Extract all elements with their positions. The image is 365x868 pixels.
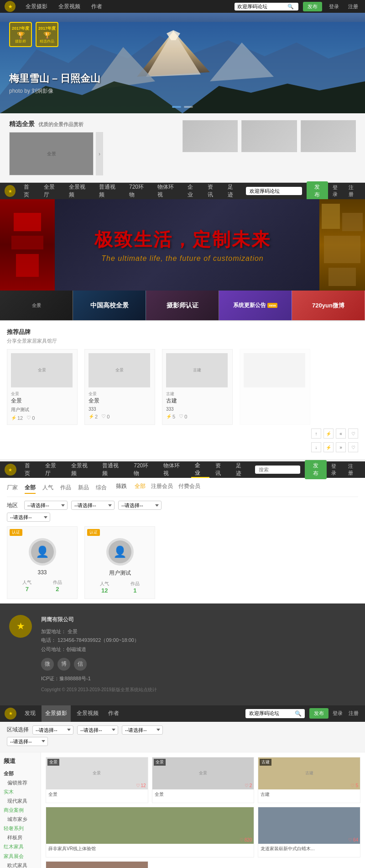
top-search-input[interactable] bbox=[237, 4, 287, 9]
bottom-select-1[interactable]: --请选择-- bbox=[32, 725, 73, 735]
tab-author[interactable]: 作者 bbox=[86, 0, 108, 13]
social-icon-blog[interactable]: 博 bbox=[57, 658, 70, 671]
featured-card-1[interactable] bbox=[182, 120, 238, 152]
nav2-enterprise[interactable]: 企业 bbox=[184, 183, 202, 199]
brands-like-btn-2[interactable]: ♡ bbox=[348, 442, 358, 452]
nav2-normal-video[interactable]: 普通视频 bbox=[95, 183, 123, 199]
brands-next-arrow[interactable]: » bbox=[336, 442, 346, 452]
nav4-register[interactable]: 注册 bbox=[347, 710, 360, 717]
featured-card-3[interactable] bbox=[301, 120, 356, 152]
quick-link-photographer[interactable]: 摄影师认证 bbox=[146, 291, 219, 320]
nav3-search-input[interactable] bbox=[259, 467, 293, 472]
nav4-panorama-video[interactable]: 全景视频 bbox=[73, 705, 102, 722]
nav2-panorama-video[interactable]: 全景视频 bbox=[65, 183, 93, 199]
top-login-link[interactable]: 登录 bbox=[327, 3, 341, 10]
nav4-discover[interactable]: 发现 bbox=[21, 705, 39, 722]
nav2-register[interactable]: 注册 bbox=[346, 184, 360, 198]
nav3-panorama-hall[interactable]: 全景厅 bbox=[42, 461, 65, 478]
brands-prev-arrow[interactable]: « bbox=[336, 429, 346, 439]
nav3-footprint[interactable]: 足迹 bbox=[232, 461, 250, 478]
social-icon-wechat[interactable]: 信 bbox=[74, 658, 87, 671]
social-icon-weibo[interactable]: 微 bbox=[41, 658, 54, 671]
nav2-720-object[interactable]: 720环物 bbox=[125, 183, 151, 199]
card-like-5[interactable]: ♡64 bbox=[348, 837, 358, 842]
card-like-1[interactable]: ♡12 bbox=[136, 783, 146, 788]
nav3-publish-button[interactable]: 发布 bbox=[305, 460, 327, 479]
sidebar-city-rural[interactable]: 城市家乡 bbox=[4, 815, 37, 824]
card-like-3[interactable]: ♡5 bbox=[350, 783, 358, 788]
nav3-object-view[interactable]: 物体环视 bbox=[160, 461, 189, 478]
ent-tab-combined[interactable]: 综合 bbox=[96, 482, 107, 494]
quick-link-colleges[interactable]: 中国高校全景 bbox=[73, 291, 146, 320]
ent-card-1[interactable]: 认证 👤 333 人气 7 作品 2 bbox=[7, 526, 78, 599]
ent-tab-popular[interactable]: 人气 bbox=[42, 482, 53, 494]
grid-card-3[interactable]: 古建 古建 ♡5 古建 bbox=[258, 757, 360, 803]
ent-tab-new[interactable]: 新品 bbox=[78, 482, 89, 494]
tab-panorama-photo[interactable]: 全景摄影 bbox=[20, 0, 53, 13]
nav4-login[interactable]: 登录 bbox=[331, 710, 344, 717]
sidebar-model-room[interactable]: 样板房 bbox=[4, 833, 37, 842]
card-like-2[interactable]: ♡2 bbox=[245, 783, 252, 788]
featured-main-image[interactable]: 全景 bbox=[9, 132, 94, 175]
nav3-login[interactable]: 登录 bbox=[329, 463, 344, 476]
nav2-object-view[interactable]: 物体环视 bbox=[154, 183, 182, 199]
quick-link-weibo[interactable]: 720yun微博 bbox=[292, 291, 365, 320]
ent-sub-register[interactable]: 注册会员 bbox=[151, 482, 173, 494]
nav3-news[interactable]: 资讯 bbox=[212, 461, 230, 478]
sidebar-solid-wood[interactable]: 实木 bbox=[4, 787, 37, 797]
filter-select-1[interactable]: --请选择-- bbox=[24, 501, 68, 510]
ent-card-2[interactable]: 认证 👤 用户测试 人气 12 作品 1 bbox=[84, 526, 155, 599]
ent-tab-factory[interactable]: 厂家 bbox=[7, 482, 18, 494]
filter-select-2[interactable]: --请选择-- bbox=[71, 501, 115, 510]
top-publish-button[interactable]: 发布 bbox=[303, 2, 322, 11]
filter-select-4[interactable]: --请选择-- bbox=[7, 513, 50, 522]
nav2-publish-button[interactable]: 发布 bbox=[307, 181, 328, 201]
nav3-register[interactable]: 注册 bbox=[346, 463, 360, 476]
nav2-login[interactable]: 登录 bbox=[330, 184, 344, 198]
ent-sub-all[interactable]: 全部 bbox=[135, 482, 146, 494]
ent-tab-all[interactable]: 全部 bbox=[25, 482, 36, 494]
nav2-panorama-hall[interactable]: 全景厅 bbox=[40, 183, 63, 199]
nav4-author[interactable]: 作者 bbox=[104, 705, 123, 722]
nav3-panorama-video[interactable]: 全景视频 bbox=[68, 461, 97, 478]
sidebar-all[interactable]: 全部 bbox=[4, 769, 37, 778]
filter-select-3[interactable]: --请选择-- bbox=[118, 501, 162, 510]
grid-card-4-wide[interactable]: ♡820 薛非家具VR线上体验馆 bbox=[46, 807, 254, 857]
sidebar-rosewood[interactable]: 红木家具 bbox=[4, 842, 37, 852]
tab-panorama-video[interactable]: 全景视频 bbox=[53, 0, 86, 13]
featured-card-2[interactable] bbox=[241, 120, 297, 152]
brand-card-3[interactable]: 古建 古建 古建 333 ⚡ 5 ♡ 0 bbox=[162, 349, 233, 425]
sidebar-european[interactable]: 欧式家具 bbox=[4, 861, 37, 868]
sidebar-luxury[interactable]: 轻奢系列 bbox=[4, 824, 37, 833]
bottom-select-3[interactable]: --请选择-- bbox=[122, 725, 163, 735]
nav3-normal-video[interactable]: 普通视频 bbox=[99, 461, 128, 478]
featured-next-arrow[interactable]: › bbox=[96, 132, 103, 175]
hero-dot-1[interactable] bbox=[172, 106, 181, 108]
grid-card-6[interactable]: ♡127 鸿金家具门店VR全景... bbox=[46, 861, 148, 868]
nav4-publish-button[interactable]: 发布 bbox=[309, 708, 328, 719]
grid-card-1[interactable]: 全景 全景 ♡12 全景 bbox=[46, 757, 148, 803]
nav4-search-icon[interactable]: 🔍 bbox=[295, 710, 302, 717]
nav3-720-object[interactable]: 720环物 bbox=[130, 461, 157, 478]
search-icon[interactable]: 🔍 bbox=[287, 4, 294, 10]
nav2-footprint[interactable]: 足迹 bbox=[224, 183, 242, 199]
sidebar-recommended[interactable]: 偏锁推荐 bbox=[4, 778, 37, 787]
bottom-select-2[interactable]: --请选择-- bbox=[77, 725, 118, 735]
nav3-enterprise[interactable]: 企业 bbox=[191, 461, 209, 478]
nav3-home[interactable]: 首页 bbox=[21, 461, 39, 478]
nav4-panorama-photo[interactable]: 全景摄影 bbox=[42, 705, 71, 722]
brand-card-2[interactable]: 全景 全景 全景 333 ⚡ 2 ♡ 0 bbox=[84, 349, 155, 425]
sidebar-modern-furniture[interactable]: 现代家具 bbox=[4, 797, 37, 805]
brand-card-4[interactable] bbox=[240, 349, 310, 425]
nav2-home[interactable]: 首页 bbox=[20, 183, 38, 199]
top-register-link[interactable]: 注册 bbox=[346, 3, 360, 10]
card-like-4[interactable]: ♡820 bbox=[240, 837, 252, 842]
grid-card-5[interactable]: ♡64 龙道家装崭新中式白蜡木... bbox=[258, 807, 360, 857]
brand-card-1[interactable]: 全景 全景 全景 用户测试 ⚡ 12 ♡ 0 bbox=[7, 349, 78, 425]
nav4-search-input[interactable] bbox=[249, 711, 295, 716]
sidebar-expo[interactable]: 家具展会 bbox=[4, 852, 37, 861]
brands-prev-row-up[interactable]: ↑ bbox=[311, 429, 321, 439]
nav2-search-input[interactable] bbox=[250, 188, 295, 194]
ent-sub-paid[interactable]: 付费会员 bbox=[178, 482, 200, 494]
grid-card-2[interactable]: 全景 全景 ♡2 全景 bbox=[152, 757, 255, 803]
